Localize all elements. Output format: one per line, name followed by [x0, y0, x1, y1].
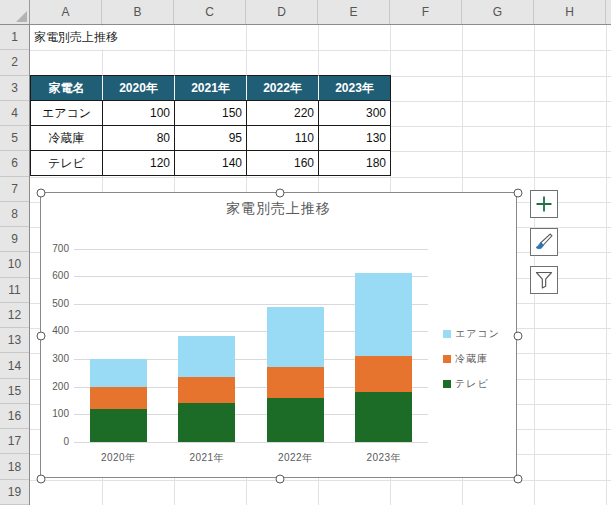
bar-segment-テレビ[interactable] [90, 409, 147, 442]
bar-segment-冷蔵庫[interactable] [90, 387, 147, 409]
chart-selection-handle[interactable] [37, 475, 46, 484]
table-header-cell[interactable]: 2022年 [247, 76, 319, 101]
row-header-11[interactable]: 11 [0, 278, 29, 303]
row-header-7[interactable]: 7 [0, 177, 29, 202]
row-header-8[interactable]: 8 [0, 202, 29, 227]
bar-segment-冷蔵庫[interactable] [355, 356, 412, 392]
table-header-row: 家電名2020年2021年2022年2023年 [31, 76, 391, 101]
chart-selection-handle[interactable] [37, 332, 46, 341]
cell-a1-title[interactable]: 家電別売上推移 [31, 26, 173, 49]
table-header-cell[interactable]: 家電名 [31, 76, 103, 101]
table-cell-value[interactable]: 140 [175, 151, 247, 176]
column-header-f[interactable]: F [390, 0, 462, 24]
row-header-15[interactable]: 15 [0, 379, 29, 404]
chart-styles-button[interactable] [530, 228, 558, 256]
chart-gridline [74, 442, 428, 443]
row-header-6[interactable]: 6 [0, 151, 29, 176]
column-header-d[interactable]: D [246, 0, 318, 24]
gridline-horizontal [30, 480, 611, 481]
legend-swatch [443, 380, 451, 388]
column-header-h[interactable]: H [534, 0, 606, 24]
table-cell-value[interactable]: 100 [103, 101, 175, 126]
row-header-17[interactable]: 17 [0, 429, 29, 454]
legend-item[interactable]: 冷蔵庫 [443, 352, 488, 365]
row-header-14[interactable]: 14 [0, 353, 29, 378]
bar-segment-冷蔵庫[interactable] [267, 367, 324, 397]
chart-title[interactable]: 家電別売上推移 [41, 200, 516, 218]
table-cell-value[interactable]: 150 [175, 101, 247, 126]
table-header-cell[interactable]: 2020年 [103, 76, 175, 101]
bar-segment-エアコン[interactable] [90, 359, 147, 387]
gridline-horizontal [30, 177, 611, 178]
y-axis-tick-label: 300 [41, 353, 69, 364]
excel-worksheet: 家電別売上推移 家電名2020年2021年2022年2023年エアコン10015… [0, 0, 611, 505]
table-cell-value[interactable]: 110 [247, 126, 319, 151]
row-header-column: 12345678910111213141516171819 [0, 25, 30, 505]
row-header-2[interactable]: 2 [0, 50, 29, 75]
row-header-18[interactable]: 18 [0, 454, 29, 479]
select-all-corner[interactable] [0, 0, 30, 24]
column-header-g[interactable]: G [462, 0, 534, 24]
chart-selection-handle[interactable] [514, 332, 523, 341]
y-axis-tick-label: 100 [41, 408, 69, 419]
y-axis-tick-label: 600 [41, 270, 69, 281]
bar-segment-テレビ[interactable] [178, 403, 235, 442]
table-row: エアコン100150220300 [31, 101, 391, 126]
gridline-vertical [534, 25, 535, 505]
table-cell-name[interactable]: 冷蔵庫 [31, 126, 103, 151]
row-header-19[interactable]: 19 [0, 480, 29, 505]
bar-segment-冷蔵庫[interactable] [178, 377, 235, 403]
table-cell-name[interactable]: エアコン [31, 101, 103, 126]
chart-filters-button[interactable] [530, 266, 558, 294]
funnel-icon [534, 270, 554, 290]
chart-elements-button[interactable] [530, 190, 558, 218]
x-axis-tick-label: 2021年 [172, 451, 242, 465]
row-header-3[interactable]: 3 [0, 76, 29, 101]
table-header-cell[interactable]: 2023年 [319, 76, 391, 101]
sales-data-table[interactable]: 家電名2020年2021年2022年2023年エアコン100150220300冷… [30, 75, 391, 176]
gridline-vertical [606, 25, 607, 505]
chart-selection-handle[interactable] [37, 189, 46, 198]
legend-item[interactable]: テレビ [443, 377, 489, 390]
legend-swatch [443, 330, 451, 338]
column-header-row: ABCDEFGH [0, 0, 611, 25]
legend-item[interactable]: エアコン [443, 327, 500, 340]
table-cell-value[interactable]: 120 [103, 151, 175, 176]
bar-segment-エアコン[interactable] [178, 336, 235, 377]
row-header-5[interactable]: 5 [0, 126, 29, 151]
bar-segment-テレビ[interactable] [355, 392, 412, 442]
chart-selection-handle[interactable] [275, 189, 284, 198]
table-header-cell[interactable]: 2021年 [175, 76, 247, 101]
bar-segment-エアコン[interactable] [355, 273, 412, 356]
table-cell-value[interactable]: 220 [247, 101, 319, 126]
chart-selection-handle[interactable] [275, 475, 284, 484]
y-axis-tick-label: 200 [41, 381, 69, 392]
bar-segment-エアコン[interactable] [267, 307, 324, 368]
chart-selection-handle[interactable] [514, 189, 523, 198]
column-header-c[interactable]: C [174, 0, 246, 24]
row-header-9[interactable]: 9 [0, 227, 29, 252]
row-header-10[interactable]: 10 [0, 252, 29, 277]
bar-segment-テレビ[interactable] [267, 398, 324, 442]
row-header-12[interactable]: 12 [0, 303, 29, 328]
column-header-e[interactable]: E [318, 0, 390, 24]
x-axis-tick-label: 2020年 [83, 451, 153, 465]
legend-label: エアコン [455, 327, 500, 341]
table-cell-value[interactable]: 300 [319, 101, 391, 126]
chart-panel[interactable]: 家電別売上推移 01002003004005006007002020年2021年… [40, 192, 517, 478]
table-cell-value[interactable]: 80 [103, 126, 175, 151]
table-cell-value[interactable]: 180 [319, 151, 391, 176]
row-header-4[interactable]: 4 [0, 101, 29, 126]
table-row: テレビ120140160180 [31, 151, 391, 176]
row-header-13[interactable]: 13 [0, 328, 29, 353]
table-cell-value[interactable]: 160 [247, 151, 319, 176]
table-cell-value[interactable]: 95 [175, 126, 247, 151]
chart-selection-handle[interactable] [514, 475, 523, 484]
table-cell-name[interactable]: テレビ [31, 151, 103, 176]
row-header-16[interactable]: 16 [0, 404, 29, 429]
select-all-triangle-icon [16, 11, 27, 22]
column-header-a[interactable]: A [30, 0, 102, 24]
table-cell-value[interactable]: 130 [319, 126, 391, 151]
column-header-b[interactable]: B [102, 0, 174, 24]
row-header-1[interactable]: 1 [0, 25, 29, 50]
